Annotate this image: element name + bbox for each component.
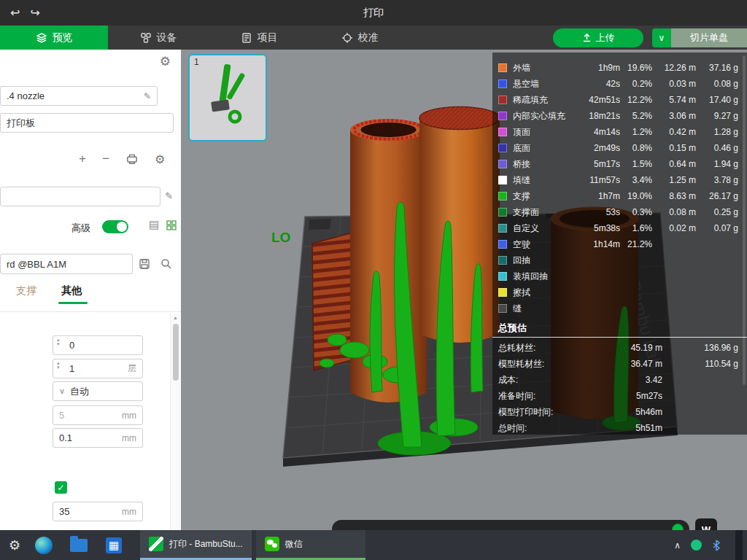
param-field-1[interactable]: ▴▾ 1 层 (53, 359, 143, 378)
ams-printer-icon[interactable] (125, 152, 139, 166)
tray-chevron-up-icon[interactable]: ∧ (674, 540, 681, 551)
tab-project[interactable]: 项目 (209, 26, 309, 50)
search-icon[interactable] (160, 258, 172, 270)
slice-split-button: ∨ 切片单盘 (652, 28, 747, 47)
feature-percent: 19.6% (620, 63, 652, 73)
legend-color-swatch (498, 304, 507, 313)
total-value-1: 5h46m (608, 407, 662, 417)
feature-percent: 0.8% (620, 143, 652, 153)
taskbar-bambu-studio[interactable]: 打印 - BambuStu... (140, 530, 252, 560)
param-value: 自动 (70, 385, 89, 398)
filament-toolbar: + − ⚙ (79, 152, 165, 166)
nozzle-select[interactable]: .4 nozzle ✎ (0, 86, 158, 106)
tab-device[interactable]: 设备 (108, 26, 209, 50)
upload-button[interactable]: 上传 (553, 28, 643, 47)
feature-name: 顶面 (513, 126, 582, 139)
moment-slider[interactable] (332, 520, 689, 530)
tab-calibration[interactable]: 校准 (309, 26, 410, 50)
save-preset-icon[interactable] (139, 258, 150, 270)
legend-color-swatch (498, 272, 507, 281)
3d-viewport[interactable]: Bambu Lab (181, 50, 747, 530)
plate-thumbnail[interactable]: 1 (188, 54, 267, 141)
feature-percent: 1.6% (620, 223, 652, 233)
stats-row: 支撑 1h7m 19.0% 8.63 m 26.17 g (492, 188, 747, 204)
calculator-icon[interactable]: ▦ (99, 530, 128, 560)
preset-select[interactable]: rd @BBL A1M (0, 254, 133, 274)
remove-filament-icon[interactable]: − (102, 152, 109, 166)
feature-percent: 3.4% (620, 175, 652, 185)
feature-weight: 0.46 g (696, 143, 738, 153)
svg-text:LO: LO (271, 230, 290, 245)
param-field-5[interactable]: 35 mm (53, 502, 143, 521)
taskbar-wechat[interactable]: 微信 (256, 530, 365, 560)
totals-row: 成本: 3.42 (492, 372, 747, 388)
feature-percent: 1.5% (620, 159, 652, 169)
filament-select[interactable] (0, 187, 160, 206)
filament-settings-gear-icon[interactable]: ⚙ (155, 152, 165, 166)
toggle-knob (117, 222, 127, 232)
slice-dropdown-button[interactable]: ∨ (652, 28, 671, 47)
objects-grid-icon[interactable] (166, 219, 177, 231)
tab-preview[interactable]: 预览 (0, 26, 108, 50)
printer-settings-gear-icon[interactable]: ⚙ (160, 54, 171, 69)
total-value-1: 5m27s (608, 391, 662, 401)
legend-color-swatch (498, 192, 507, 201)
totals-title: 总预估 (498, 322, 747, 335)
stats-row: 底面 2m49s 0.8% 0.15 m 0.46 g (492, 140, 747, 156)
spinner-arrows-icon[interactable]: ▴▾ (57, 338, 60, 346)
param-value: 35 (59, 506, 69, 517)
back-arrow-icon[interactable]: ↩ (10, 6, 20, 20)
tray-green-status-icon[interactable] (691, 540, 702, 551)
spinner-arrows-icon[interactable]: ▴▾ (57, 361, 60, 370)
moment-slider-handle[interactable] (672, 524, 684, 530)
advanced-label: 高级 (71, 222, 90, 235)
advanced-toggle[interactable] (102, 220, 128, 233)
edge-browser-icon[interactable] (29, 530, 58, 560)
edit-pencil-icon[interactable]: ✎ (165, 190, 173, 201)
feature-percent: 5.2% (620, 111, 652, 121)
file-explorer-icon[interactable] (64, 530, 93, 560)
check-icon: ✓ (57, 483, 64, 493)
legend-color-swatch (498, 288, 507, 297)
param-dropdown[interactable]: ∨ 自动 (53, 381, 143, 401)
plate-number: 1 (194, 57, 199, 67)
edit-pencil-icon[interactable]: ✎ (144, 91, 151, 101)
scroll-up-icon[interactable]: ▲ (171, 315, 180, 320)
feature-length: 0.15 m (652, 143, 696, 153)
slice-plate-button[interactable]: 切片单盘 (671, 28, 747, 47)
feature-length: 12.26 m (652, 63, 696, 73)
plate-type-select[interactable]: 打印板 (0, 113, 174, 133)
feature-weight: 26.17 g (696, 191, 738, 201)
active-tab-underline (58, 302, 88, 304)
feature-time: 18m21s (582, 111, 620, 121)
unit-label: mm (122, 433, 136, 443)
param-field-0[interactable]: ▴▾ 0 (53, 335, 143, 355)
show-desktop-strip[interactable] (735, 530, 743, 560)
calibration-icon (341, 32, 353, 44)
param-checkbox[interactable]: ✓ (55, 481, 67, 494)
add-filament-icon[interactable]: + (79, 152, 86, 166)
unit-label: mm (122, 411, 136, 421)
sidebar-scrollbar[interactable]: ▲ (170, 314, 180, 530)
settings-gear-icon[interactable]: ⚙ (0, 530, 29, 560)
feature-name: 缝 (513, 303, 582, 315)
taskbar-bambu-label: 打印 - BambuStu... (169, 538, 243, 551)
feature-length: 5.74 m (652, 95, 696, 105)
param-field-4[interactable]: 0.1 mm (53, 428, 143, 448)
bluetooth-icon[interactable] (712, 540, 721, 551)
list-view-icon[interactable]: ▤ (149, 218, 159, 231)
feature-name: 底面 (513, 142, 582, 155)
tab-other[interactable]: 其他 (61, 284, 82, 298)
upload-icon (582, 33, 592, 42)
tab-support[interactable]: 支撑 (16, 284, 36, 298)
stats-row: 填缝 11m57s 3.4% 1.25 m 3.78 g (492, 172, 747, 188)
legend-color-swatch (498, 112, 507, 120)
feature-name: 空驶 (513, 238, 582, 251)
forward-arrow-icon[interactable]: ↪ (30, 6, 39, 20)
scrollbar-thumb[interactable] (173, 324, 179, 381)
feature-percent: 1.2% (620, 127, 652, 137)
feature-name: 自定义 (513, 222, 582, 235)
chevron-down-icon: ∨ (659, 33, 665, 43)
stats-row: 稀疏填充 42m51s 12.2% 5.74 m 17.40 g (492, 92, 747, 108)
stats-row: 悬空墙 42s 0.2% 0.03 m 0.08 g (492, 76, 747, 92)
